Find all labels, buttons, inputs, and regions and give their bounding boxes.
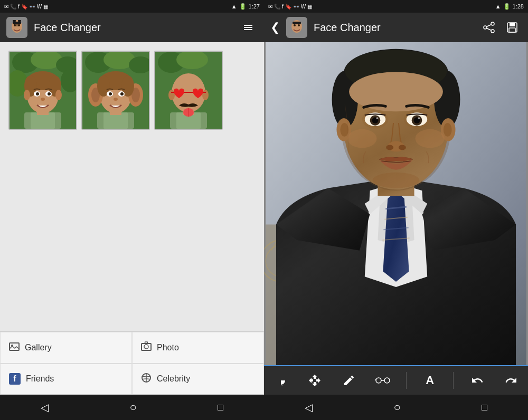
left-nav-bar: ◁ ○ □	[0, 395, 264, 420]
toolbar: A	[264, 365, 528, 395]
right-nav-bar: ◁ ○ □	[264, 395, 528, 420]
svg-point-65	[144, 345, 148, 349]
svg-point-71	[298, 24, 300, 26]
right-battery-icon: 🔋	[503, 3, 511, 10]
photo-icon	[141, 341, 152, 354]
svg-point-70	[294, 24, 296, 26]
left-back-nav[interactable]: ◁	[41, 401, 49, 414]
battery-icon: 🔋	[239, 3, 247, 10]
left-app-actions	[239, 18, 258, 37]
draw-tool[interactable]	[338, 370, 360, 391]
right-back-nav[interactable]: ◁	[305, 401, 313, 414]
left-recents-nav[interactable]: □	[218, 402, 223, 413]
left-home-nav[interactable]: ○	[129, 400, 136, 414]
celebrity-label: Celebrity	[157, 374, 190, 384]
svg-rect-62	[10, 343, 19, 350]
redo-tool[interactable]	[501, 370, 522, 391]
svg-point-116	[373, 173, 420, 188]
status-icon-fb2: f	[282, 4, 284, 9]
move-tool[interactable]	[304, 370, 325, 391]
friends-icon: f	[9, 373, 21, 385]
svg-point-112	[386, 145, 393, 150]
svg-point-74	[484, 26, 487, 29]
status-icon-bm: 🔖	[21, 4, 27, 9]
friends-button[interactable]: f Friends	[0, 364, 132, 395]
status-icon-msg2: ✉	[268, 4, 272, 9]
toolbar-divider	[406, 372, 407, 389]
right-time: 1:28	[513, 3, 524, 9]
celebrity-icon	[141, 373, 152, 386]
right-status-right: ▲ 🔋 1:28	[495, 3, 524, 10]
svg-rect-80	[509, 28, 515, 32]
svg-rect-4	[13, 22, 21, 24]
svg-line-121	[390, 379, 390, 380]
share-button[interactable]	[479, 18, 498, 37]
svg-rect-72	[293, 22, 301, 24]
left-time: 1:27	[249, 3, 260, 9]
svg-line-76	[487, 25, 492, 27]
svg-line-120	[375, 379, 376, 380]
svg-point-26	[48, 92, 51, 96]
right-home-nav[interactable]: ○	[393, 400, 400, 414]
svg-rect-117	[376, 378, 381, 383]
status-icon-grid: ▦	[43, 4, 48, 9]
photo-thumb-1[interactable]	[8, 51, 77, 130]
svg-point-47	[114, 98, 118, 101]
svg-point-115	[416, 129, 445, 148]
svg-point-25	[36, 92, 39, 96]
svg-point-114	[347, 129, 376, 148]
photo-label: Photo	[157, 343, 179, 352]
status-icon-bm2: 🔖	[285, 4, 291, 9]
svg-point-96	[349, 72, 443, 111]
status-icon-grid2: ▦	[307, 4, 312, 9]
svg-point-22	[55, 90, 62, 100]
svg-rect-79	[510, 23, 515, 26]
left-panel: ✉ 📞 f 🔖 👓 W ▦ ▲ 🔋 1:27	[0, 0, 264, 420]
bottom-bar: Gallery Photo f Friends	[0, 331, 264, 395]
svg-point-45	[109, 92, 112, 96]
undo-tool[interactable]	[467, 370, 488, 391]
right-status-bar: ✉ 📞 f 🔖 👓 W ▦ ▲ 🔋 1:28	[264, 0, 528, 13]
right-app-actions	[479, 18, 522, 37]
svg-rect-6	[18, 20, 21, 22]
svg-point-100	[444, 123, 452, 137]
left-status-right: ▲ 🔋 1:27	[231, 3, 260, 10]
gallery-icon	[9, 341, 20, 354]
settings-button[interactable]	[239, 18, 258, 37]
left-content	[0, 42, 264, 331]
glasses-tool[interactable]	[372, 370, 393, 391]
gallery-label: Gallery	[25, 343, 52, 352]
svg-rect-118	[384, 378, 390, 383]
main-photo	[264, 42, 528, 365]
status-icon-w: W	[37, 4, 42, 9]
back-button[interactable]: ❮	[270, 21, 280, 34]
right-wifi-icon: ▲	[495, 3, 501, 9]
photo-button[interactable]: Photo	[132, 332, 264, 364]
sticker-tool[interactable]	[270, 370, 291, 391]
friends-label: Friends	[26, 374, 54, 384]
status-icon-glasses: 👓	[29, 4, 35, 9]
photo-thumb-2[interactable]	[81, 51, 150, 130]
toolbar-divider-2	[453, 372, 454, 389]
svg-rect-5	[13, 20, 16, 22]
photo-thumb-3[interactable]	[154, 51, 223, 130]
svg-point-73	[491, 22, 494, 25]
left-app-icon	[6, 17, 27, 38]
right-app-bar: ❮ Face Changer	[264, 13, 528, 42]
right-app-title: Face Changer	[314, 22, 473, 34]
status-icon-phone2: 📞	[274, 4, 280, 9]
status-icon-fb: f	[18, 4, 20, 9]
right-recents-nav[interactable]: □	[482, 402, 487, 413]
wifi-icon: ▲	[231, 3, 237, 9]
svg-point-113	[399, 145, 406, 150]
save-button[interactable]	[503, 18, 522, 37]
left-app-title: Face Changer	[34, 22, 232, 34]
svg-point-75	[491, 30, 494, 33]
left-app-bar: Face Changer	[0, 13, 264, 42]
gallery-button[interactable]: Gallery	[0, 332, 132, 364]
celebrity-button[interactable]: Celebrity	[132, 364, 264, 395]
svg-point-110	[418, 117, 420, 119]
photo-grid	[8, 51, 256, 130]
svg-point-109	[376, 117, 378, 119]
text-tool[interactable]: A	[419, 370, 440, 391]
